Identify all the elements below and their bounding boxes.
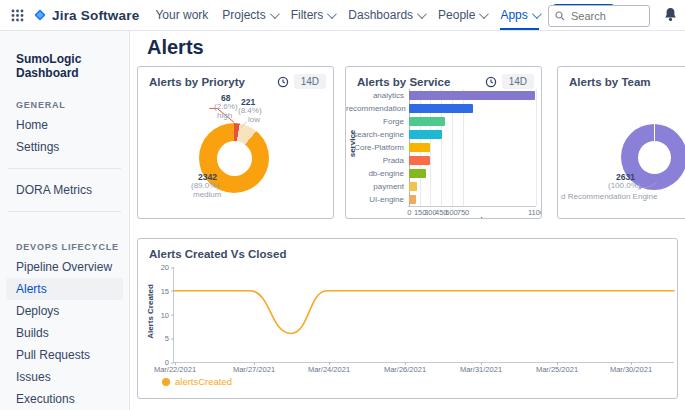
jira-logo[interactable]: Jira Software [33,8,139,23]
sidebar-item-home[interactable]: Home [0,114,129,136]
sidebar-item-pipeline-overview[interactable]: Pipeline Overview [0,256,129,278]
slice-label-high: 68 (2.6%) high [221,94,238,120]
bar-search-engine [409,130,442,139]
service-label-Prada: Prada [346,154,404,167]
jira-diamond-icon [33,8,47,22]
nav-projects[interactable]: Projects [222,0,276,30]
card-title: Alerts by Service [357,76,450,88]
x-tick-label: Mar/27/2021 [233,365,275,374]
sidebar-section-devops: DEVOPS LIFECYCLE [0,222,129,256]
x-tick-label: Mar/30/2021 [610,365,652,374]
card-alerts-by-team: Alerts by Team 2631 (100.0%) d Recommend… [557,66,685,219]
top-navigation-bar: Jira Software Your work Projects Filters… [0,0,685,31]
donut-hole [638,141,671,174]
x-tick-label: Mar/25/2021 [536,365,578,374]
sidebar-item-alerts[interactable]: Alerts [6,278,123,300]
page-title: Alerts [147,36,204,59]
y-tick-label: 15 [161,286,169,295]
gridline [536,89,537,206]
sidebar-item-builds[interactable]: Builds [0,322,129,344]
service-label-analytics: analytics [346,89,404,102]
team-name-label: d Recommendation Engine [561,192,658,201]
x-tick-label: Mar/26/2021 [384,365,426,374]
legend-label: alertsCreated [175,376,232,387]
bar-recommendation [409,104,473,113]
chevron-down-icon [417,9,427,19]
service-category-labels: analyticsrecommendationForgesearch-engin… [346,89,404,206]
sidebar-divider [8,211,121,212]
x-tick-label: Mar/22/2021 [154,365,196,374]
service-label-recommendation: recommendation [346,102,404,115]
sidebar-section-general: GENERAL [0,80,129,114]
search-box[interactable] [548,5,650,27]
y-tick-label: 20 [161,263,169,272]
card-title: Alerts by Team [569,76,651,88]
notifications-bell-icon[interactable] [664,7,677,22]
search-input[interactable] [569,9,643,23]
chevron-down-icon [270,9,280,19]
service-label-Forge: Forge [346,115,404,128]
sidebar-title: SumoLogic Dashboard [0,30,129,80]
y-tick-label: 10 [161,310,169,319]
card-title: Alerts by Prioryty [149,76,245,88]
service-label-payment: payment [346,180,404,193]
sidebar-item-settings[interactable]: Settings [0,136,129,158]
nav-dashboards[interactable]: Dashboards [348,0,424,30]
clock-icon [277,76,289,88]
clock-icon [485,76,497,88]
card-title: Alerts Created Vs Closed [149,248,286,260]
bar-analytics [409,91,534,100]
alerts-created-line [174,267,674,362]
nav-filters[interactable]: Filters [291,0,335,30]
card-alerts-created-vs-closed: Alerts Created Vs Closed Alerts Created … [137,238,678,399]
sidebar-item-executions[interactable]: Executions [0,388,129,410]
x-axis-ticks: Mar/22/2021Mar/27/2021Mar/24/2021Mar/26/… [173,365,673,375]
slice-label-medium: 2342 (89.0%) medium [198,173,221,199]
donut-hole [217,141,252,176]
nav-your-work[interactable]: Your work [155,0,208,30]
sidebar-item-pull-requests[interactable]: Pull Requests [0,344,129,366]
bar-Forge [409,117,445,126]
chevron-down-icon [532,9,542,19]
service-label-Core-Platform: Core-Platform [346,141,404,154]
service-bar-plot [408,89,536,207]
product-name: Jira Software [52,8,139,23]
bar-Core-Platform [409,143,429,152]
bar-Prada [409,156,429,165]
nav-apps[interactable]: Apps [500,0,538,30]
service-label-db-engine: db-engine [346,167,404,180]
search-icon [555,11,565,21]
service-label-UI-engine: UI-engine [346,193,404,206]
x-tick-label: Mar/31/2021 [460,365,502,374]
main-nav: Your work Projects Filters Dashboards Pe… [155,0,538,30]
service-label-search-engine: search-engine [346,128,404,141]
legend-dot [162,378,170,386]
slice-label-low: 221 (8.4%) low [241,98,262,124]
bar-UI-engine [409,195,416,204]
sidebar: SumoLogic Dashboard GENERAL Home Setting… [0,30,130,410]
x-tick-label: Mar/24/2021 [308,365,350,374]
chevron-down-icon [479,9,489,19]
bar-payment [409,182,417,191]
sidebar-item-issues[interactable]: Issues [0,366,129,388]
x-axis-label: count [408,215,536,219]
slice-label-team: 2631 (100.0%) [616,173,640,190]
time-range-badge[interactable]: 14D [294,74,326,89]
legend-item-alertsCreated[interactable]: alertsCreated [162,376,232,387]
sidebar-item-deploys[interactable]: Deploys [0,300,129,322]
y-axis-label: Alerts Created [146,282,155,342]
bar-db-engine [409,169,425,178]
sidebar-divider [8,168,121,169]
card-alerts-by-service: Alerts by Service 14D service analyticsr… [345,66,542,219]
sidebar-item-dora-metrics[interactable]: DORA Metrics [0,179,129,201]
chevron-down-icon [327,9,337,19]
nav-people[interactable]: People [438,0,486,30]
line-plot: 05101520 [173,267,674,363]
card-alerts-by-priority: Alerts by Prioryty 14D 68 (2.6%) high 22… [137,66,334,219]
y-tick-label: 5 [165,334,169,343]
time-range-badge[interactable]: 14D [502,74,534,89]
app-switcher-icon[interactable] [11,9,24,22]
